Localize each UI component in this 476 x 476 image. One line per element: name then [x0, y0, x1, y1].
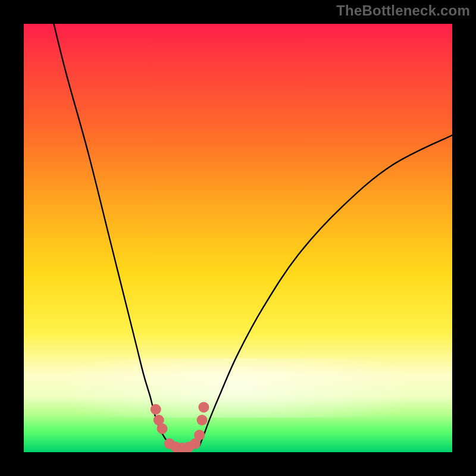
right-branch-curve [199, 135, 452, 446]
marker-dot [151, 404, 161, 415]
left-branch-curve [54, 24, 171, 446]
chart-frame: TheBottleneck.com [0, 0, 476, 476]
curve-layer [24, 24, 452, 452]
watermark-text: TheBottleneck.com [336, 2, 470, 19]
valley-markers [151, 402, 209, 452]
marker-dot [194, 430, 205, 440]
marker-dot [157, 423, 168, 434]
marker-dot [198, 402, 209, 412]
marker-dot [197, 415, 208, 425]
plot-area [24, 24, 452, 452]
